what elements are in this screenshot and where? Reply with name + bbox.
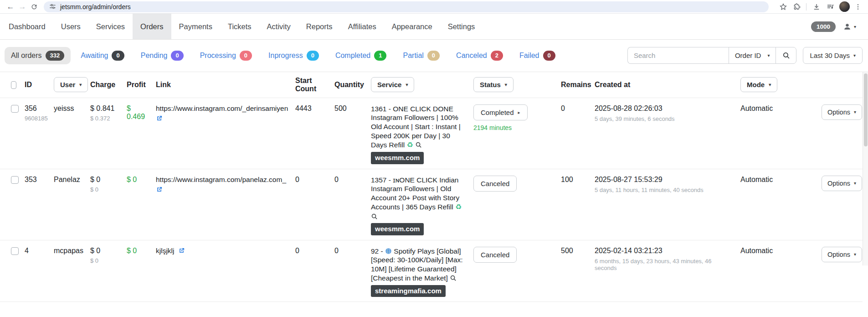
nav-item-activity[interactable]: Activity: [259, 14, 298, 39]
select-all-checkbox[interactable]: [11, 81, 16, 89]
external-link-icon[interactable]: [156, 115, 163, 122]
refill-icon: ♻: [406, 141, 413, 149]
back-icon[interactable]: ←: [5, 1, 16, 13]
browser-chrome: ← → jetsmm.org/admin/orders: [0, 0, 868, 14]
row-checkbox[interactable]: [11, 105, 19, 113]
site-settings-icon[interactable]: [49, 3, 56, 10]
service-filter-button[interactable]: Service▾: [371, 77, 414, 92]
nav-item-payments[interactable]: Payments: [171, 14, 220, 39]
mode-filter-button[interactable]: Mode▾: [740, 77, 777, 92]
count-badge: 2: [491, 51, 503, 61]
media-playlist-icon[interactable]: [825, 1, 836, 12]
date-range-select[interactable]: Last 30 Days ▾: [803, 47, 863, 64]
options-button[interactable]: Options▾: [822, 247, 862, 262]
filter-tab-pending[interactable]: Pending 0: [134, 47, 190, 64]
profit-cell: $ 0.469: [123, 98, 152, 169]
chevron-down-icon: ▾: [854, 24, 856, 29]
table-row: 3569608185 yeisss $ 0.841$ 0.372 $ 0.469…: [0, 98, 863, 169]
count-badge: 332: [46, 51, 65, 61]
count-badge: 0: [307, 51, 319, 61]
account-menu[interactable]: ▾: [843, 22, 856, 31]
remains-cell: 100: [557, 169, 591, 240]
table-row: 4 mcpapas $ 0$ 0 $ 0 kjlşjklj 0 0 92 - S…: [0, 240, 863, 302]
status-filter-button[interactable]: Status▾: [473, 77, 514, 92]
profit-cell: $ 0: [123, 169, 152, 240]
count-badge: 1: [374, 51, 386, 61]
row-checkbox[interactable]: [11, 247, 19, 255]
status-button[interactable]: Canceled: [473, 176, 517, 192]
search-type-select[interactable]: Order ID ▾: [729, 47, 776, 64]
external-link-icon[interactable]: [178, 247, 185, 254]
nav-item-affiliates[interactable]: Affiliates: [340, 14, 384, 39]
nav-item-orders[interactable]: Orders: [133, 14, 171, 39]
charge-cell: $ 0$ 0: [87, 240, 123, 302]
reload-icon[interactable]: [28, 1, 40, 13]
nav-item-users[interactable]: Users: [53, 14, 88, 39]
orders-table: ID User▾ Charge Profit Link Start Count …: [0, 72, 868, 302]
url-text: jetsmm.org/admin/orders: [60, 3, 131, 10]
nav-item-reports[interactable]: Reports: [298, 14, 340, 39]
nav-item-dashboard[interactable]: Dashboard: [1, 14, 53, 39]
filter-tab-completed[interactable]: Completed 1: [329, 47, 393, 64]
search-button[interactable]: [776, 47, 796, 64]
nav-item-settings[interactable]: Settings: [440, 14, 483, 39]
table-scrollbar[interactable]: [863, 72, 868, 265]
external-link-icon[interactable]: [156, 186, 163, 193]
scrollbar-thumb[interactable]: [864, 73, 868, 146]
user-cell: mcpapas: [50, 240, 87, 302]
nav-item-tickets[interactable]: Tickets: [220, 14, 259, 39]
row-checkbox[interactable]: [11, 176, 19, 184]
status-button[interactable]: Canceled: [473, 247, 517, 263]
options-button[interactable]: Options▾: [822, 104, 862, 120]
extensions-icon[interactable]: [791, 1, 802, 12]
filter-tab-all-orders[interactable]: All orders 332: [5, 47, 71, 64]
col-remains: Remains: [557, 72, 591, 98]
filter-tab-partial[interactable]: Partial 0: [396, 47, 446, 64]
chevron-down-icon: ▾: [769, 82, 771, 87]
filter-tab-awaiting[interactable]: Awaiting 0: [74, 47, 130, 64]
filter-tab-canceled[interactable]: Canceled 2: [450, 47, 509, 64]
mode-cell: Automatic: [737, 169, 818, 240]
chevron-down-icon: ▾: [853, 53, 856, 58]
status-duration: 2194 minutes: [473, 124, 553, 131]
search-input[interactable]: [627, 47, 729, 64]
counter-badge: 1000: [811, 21, 836, 32]
remains-cell: 500: [557, 240, 591, 302]
filter-tab-processing[interactable]: Processing 0: [194, 47, 258, 64]
nav-item-services[interactable]: Services: [88, 14, 133, 39]
created-cell: 2025-08-28 02:26:035 days, 39 minutes, 6…: [591, 98, 737, 169]
bookmark-star-icon[interactable]: [778, 1, 789, 12]
status-button[interactable]: Completed▸: [473, 104, 528, 120]
user-filter-button[interactable]: User▾: [54, 77, 88, 92]
status-cell: Canceled: [470, 240, 557, 302]
filter-tab-failed[interactable]: Failed 0: [513, 47, 562, 64]
chrome-menu-icon[interactable]: [853, 1, 863, 12]
col-start-count: Start Count: [292, 72, 331, 98]
browser-profile-avatar[interactable]: [839, 1, 850, 12]
mode-cell: Automatic: [737, 98, 818, 169]
status-cell: Completed▸ 2194 minutes: [470, 98, 557, 169]
count-badge: 0: [543, 51, 555, 61]
downloads-icon[interactable]: [811, 1, 822, 12]
filter-tab-inprogress[interactable]: Inprogress 0: [262, 47, 325, 64]
provider-domain-badge: weesmm.com: [371, 223, 424, 235]
count-badge: 0: [427, 51, 440, 61]
quantity-cell: 0: [331, 240, 367, 302]
start-count-cell: 0: [292, 240, 331, 302]
url-bar[interactable]: jetsmm.org/admin/orders: [44, 1, 769, 12]
service-search-icon[interactable]: [371, 213, 378, 220]
globe-icon: [385, 248, 392, 255]
order-id-cell: 4: [21, 240, 50, 302]
forward-icon[interactable]: →: [16, 1, 28, 13]
mode-cell: Automatic: [737, 240, 818, 302]
chrome-divider: [806, 3, 806, 10]
search-group: Order ID ▾: [627, 47, 797, 64]
status-filter-tabs: All orders 332 Awaiting 0 Pending 0 Proc…: [5, 47, 562, 64]
col-charge: Charge: [87, 72, 123, 98]
link-cell: https://www.instagram.com/panelaz.com_: [152, 169, 292, 240]
service-search-icon[interactable]: [450, 275, 457, 281]
options-button[interactable]: Options▾: [822, 176, 862, 191]
col-profit: Profit: [123, 72, 152, 98]
nav-item-appearance[interactable]: Appearance: [384, 14, 440, 39]
service-search-icon[interactable]: [415, 141, 422, 148]
